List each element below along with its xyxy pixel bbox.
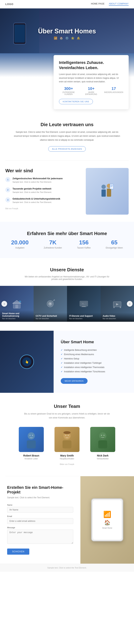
services-description: Wir bieten ein umfassendes Angebot an He… — [22, 276, 112, 280]
phone-mockup — [13, 23, 26, 44]
card-title: Intelligenteres Zuhause. Vereinfachtes L… — [59, 60, 123, 70]
stat-num-2: 17 — [104, 86, 123, 91]
check-icon-1: ✓ — [61, 353, 63, 356]
who-content-2: Gebäudetechnik & Unterhaltungselektronik… — [12, 198, 60, 204]
nav-about[interactable]: ABOUT COMPANY — [109, 2, 129, 6]
service-card-overlay-0: Smart Home und Automatisierung Nur ein b… — [0, 310, 34, 322]
service-card-2: >_ IT-Dienste und Support Nur ein bissch… — [67, 286, 101, 322]
team-avatar-2 — [90, 427, 115, 452]
email-input[interactable] — [7, 518, 73, 524]
services-cards: Smart Home und Automatisierung Nur ein b… — [0, 286, 134, 322]
trust-button-wrap: ALLE PRODUKTE ANZEIGEN — [5, 146, 129, 152]
svg-rect-3 — [107, 188, 111, 197]
name-input[interactable] — [7, 507, 73, 513]
service-card-1: CCTV und Sicherheit Nur ein bisschen — [34, 286, 67, 322]
who-title: Wer wir sind — [5, 168, 80, 174]
svg-point-34 — [68, 435, 69, 436]
services-section: Unsere Dienste Wir bieten ein umfassende… — [0, 258, 134, 331]
team-description: Bis zu einem gewissen Grad ist es uns ge… — [22, 412, 112, 420]
footer: Sample text. Click to select the Text El… — [0, 564, 134, 572]
uber-title: Über Smart Home — [61, 340, 127, 344]
nav-home[interactable]: HOME PAGE — [91, 2, 105, 6]
hero-title: Über Smart Homes — [38, 28, 96, 35]
avatar-image-0 — [19, 427, 44, 452]
team-cards: Robert Braun Kreativer Leiter — [5, 427, 129, 460]
check-item-4: ✓ Installation eines intelligenten Therm… — [61, 365, 127, 370]
logo: logo — [5, 3, 13, 6]
form-group-email: Email — [7, 515, 73, 524]
card-description: Lorem ipsum dolor sit amet, consectetur … — [59, 72, 123, 84]
who-item-0: 1 Zeitgenössisches Wohnmodell für jederm… — [5, 177, 80, 184]
slider-next-button[interactable]: › — [127, 301, 133, 307]
audio-video-illustration — [112, 298, 123, 309]
check-item-2: ✓ Heimkino-Setup — [61, 356, 127, 361]
stats-bar-item-1: 7K Zufriedene Kunden — [44, 239, 62, 249]
who-item-1: 2 Tausende geniale Projekte weltweit Sam… — [5, 187, 80, 194]
stats-bar-items: 20.000 Aufgaben 7K Zufriedene Kunden 156… — [5, 239, 129, 249]
stats-bar-label-3: Einzigartige Ideen — [106, 246, 123, 249]
team-card-1: Mary Smith Hauptbuchhalter — [51, 427, 83, 460]
svg-rect-32 — [63, 440, 71, 448]
who-section: Wer wir sind 1 Zeitgenössisches Wohnmode… — [0, 161, 134, 222]
star-icon: ⭐ — [71, 36, 74, 40]
uber-section: 👆 Über Smart Home ✓ Intelligente Beleuch… — [0, 331, 134, 393]
form-part: Erstellen Sie ein Smart-Home-Projekt Sam… — [0, 476, 80, 564]
who-item-title-1: Tausende geniale Projekte weltweit — [12, 187, 52, 190]
stats-bar-section: Erfahren Sie mehr über Smart Home 20.000… — [0, 222, 134, 258]
check-text-5: Installation eines intelligenten Türschl… — [64, 370, 105, 373]
who-item-text-2: Sample text. Click to select the Text El… — [12, 201, 60, 204]
stats-bar-title: Erfahren Sie mehr über Smart Home — [5, 231, 129, 236]
services-title: Unsere Dienste — [5, 267, 129, 272]
form-group-name: Name — [7, 504, 73, 513]
contact-section: Erstellen Sie ein Smart-Home-Projekt Sam… — [0, 476, 134, 564]
service-card-overlay-2: IT-Dienste und Support Nur ein bisschen — [67, 312, 101, 322]
team-title: Unser Team — [5, 404, 129, 409]
card-stats: 300+ ZUFRIEDENE KUNDEN 10+ JAHRE ERFAHRU… — [59, 86, 123, 95]
products-button[interactable]: ALLE PRODUKTE ANZEIGEN — [48, 146, 86, 152]
who-content-0: Zeitgenössisches Wohnmodell für jederman… — [12, 177, 63, 184]
team-avatar-0 — [19, 427, 44, 452]
services-slider: ‹ Smart Home und Automatisierung Nur ein… — [0, 286, 134, 322]
form-label-email: Email — [7, 515, 73, 517]
it-illustration: >_ — [78, 298, 89, 309]
tablet-home-icon: 🏠 — [104, 520, 110, 526]
fingerprint-icon: 👆 — [25, 360, 29, 364]
service-card-title-3: Audio-Video — [103, 315, 132, 317]
tablet-mockup: 📶 🏠 Smart Home — [91, 498, 123, 541]
smart-home-illustration — [11, 298, 22, 309]
tablet-label: Smart Home — [102, 527, 112, 529]
svg-rect-37 — [98, 440, 107, 448]
who-num-0: 1 — [5, 177, 10, 182]
team-name-0: Robert Braun — [15, 454, 47, 457]
check-item-5: ✓ Installation eines intelligenten Türsc… — [61, 370, 127, 374]
learn-more-button[interactable]: MEHR ERFAHREN — [61, 378, 87, 384]
contact-title: Erstellen Sie ein Smart-Home-Projekt — [7, 485, 73, 494]
svg-point-38 — [101, 435, 102, 436]
svg-point-14 — [50, 303, 51, 304]
settings-icon: ⚙️ — [65, 36, 69, 40]
contact-description: Sample text. Click to select the Text El… — [7, 496, 73, 499]
uber-checklist: ✓ Intelligente Beleuchtung einrichten ✓ … — [61, 348, 127, 374]
team-section: Unser Team Bis zu einem gewissen Grad is… — [0, 393, 134, 476]
svg-point-27 — [28, 432, 35, 440]
who-image-credit: Bild von Freepik — [5, 208, 80, 210]
team-avatar-1 — [55, 427, 79, 452]
svg-rect-28 — [27, 440, 36, 448]
form-label-name: Name — [7, 504, 73, 506]
uber-content: Über Smart Home ✓ Intelligente Beleuchtu… — [54, 331, 134, 393]
smart-device-ring: 👆 — [20, 354, 34, 369]
svg-point-33 — [65, 435, 66, 436]
navigation: logo HOME PAGE ABOUT COMPANY — [0, 0, 134, 8]
submit-button[interactable]: SCHICKEN — [7, 548, 29, 555]
who-item-title-2: Gebäudetechnik & Unterhaltungselektronik — [12, 198, 60, 200]
stats-bar-item-0: 20.000 Aufgaben — [11, 239, 29, 249]
avatar-image-2 — [90, 427, 115, 452]
stat-label-1: JAHRE ERFAHRUNG — [82, 91, 100, 95]
service-card-title-0: Smart Home und Automatisierung — [2, 312, 31, 317]
message-input[interactable] — [7, 530, 73, 544]
svg-point-11 — [19, 300, 21, 303]
slider-prev-button[interactable]: ‹ — [1, 301, 7, 307]
contact-button[interactable]: KONTAKTIEREN SIE UNS — [59, 99, 93, 104]
service-card-title-2: IT-Dienste und Support — [69, 315, 98, 317]
stats-bar-num-1: 7K — [44, 239, 62, 246]
